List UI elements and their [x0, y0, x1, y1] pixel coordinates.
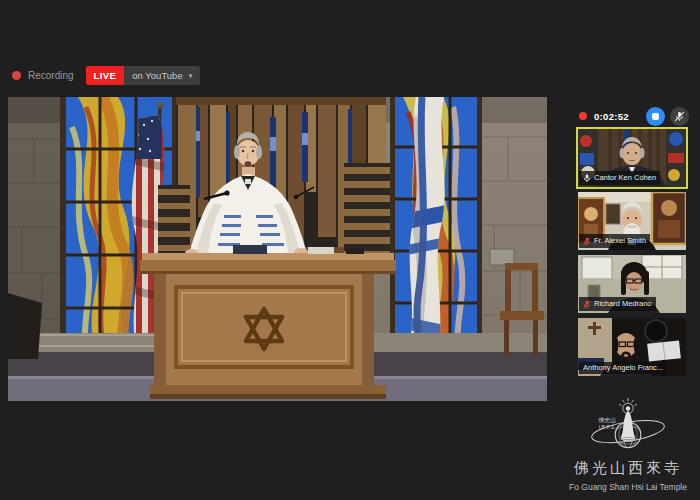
- book-on-podium: [233, 245, 267, 254]
- recording-controls: 0:02:52: [579, 106, 689, 126]
- chair-left: [8, 293, 42, 359]
- logo-chinese-small: 佛光山: [598, 417, 616, 424]
- synagogue-scene: [8, 97, 547, 401]
- participant-video-fr-alexei-smith[interactable]: Fr. Alexei Smith: [578, 192, 686, 250]
- stop-recording-button[interactable]: [646, 107, 665, 126]
- participant-name: Cantor Ken Cohen: [594, 174, 656, 182]
- recording-dot-icon: [12, 71, 21, 80]
- mic-muted-icon: [583, 300, 591, 309]
- mic-on-icon: [583, 174, 591, 183]
- main-video-feed: [8, 97, 547, 401]
- recording-indicator-icon: [579, 112, 587, 120]
- mute-button[interactable]: [670, 107, 689, 126]
- participant-video-anthony-angelo[interactable]: Anthony Angelo Franc...: [578, 318, 686, 376]
- recording-status-bar: Recording LIVE on YouTube ▾: [12, 64, 200, 86]
- wall-plaque: [490, 249, 514, 265]
- participant-name: Richard Medrano: [594, 300, 652, 308]
- participant-nametag: Fr. Alexei Smith: [579, 234, 650, 248]
- logo-abbr: I.B.P.S.: [599, 424, 616, 430]
- chevron-down-icon: ▾: [189, 72, 193, 79]
- participant-name: Anthony Angelo Franc...: [583, 364, 663, 372]
- youtube-stream-dropdown[interactable]: on YouTube ▾: [124, 66, 200, 85]
- participant-nametag: Cantor Ken Cohen: [579, 171, 660, 185]
- participants-sidebar: 0:02:52: [578, 106, 690, 381]
- mic-off-icon: [674, 111, 685, 122]
- participant-nametag: Richard Medrano: [579, 297, 656, 311]
- live-badge: LIVE: [86, 66, 125, 85]
- stop-square-icon: [652, 113, 659, 120]
- meeting-window: Recording LIVE on YouTube ▾: [0, 0, 700, 500]
- buddha-globe-logo-icon: 佛光山 I.B.P.S.: [587, 398, 669, 454]
- platform-label: on YouTube: [132, 70, 182, 81]
- participant-video-richard-medrano[interactable]: Richard Medrano: [578, 255, 686, 313]
- mic-muted-icon: [583, 237, 591, 246]
- podium: [140, 245, 396, 399]
- participant-name: Fr. Alexei Smith: [594, 237, 646, 245]
- temple-name-chinese: 佛光山西來寺: [556, 459, 700, 478]
- recording-label: Recording: [28, 70, 74, 81]
- singing-mouth: [245, 161, 252, 167]
- temple-logo: 佛光山 I.B.P.S. 佛光山西來寺 Fo Guang Shan Hsi La…: [556, 398, 700, 492]
- participant-video-cantor-ken-cohen[interactable]: Cantor Ken Cohen: [578, 129, 686, 187]
- recording-timer: 0:02:52: [594, 111, 646, 122]
- participant-nametag: Anthony Angelo Franc...: [579, 362, 667, 375]
- temple-name-english: Fo Guang Shan Hsi Lai Temple: [556, 482, 700, 492]
